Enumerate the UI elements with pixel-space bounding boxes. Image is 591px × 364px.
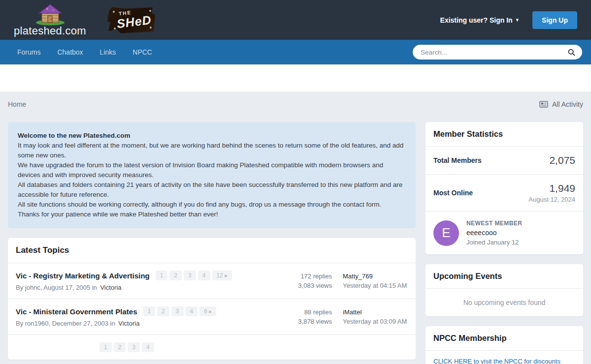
topic-views: 3,083 views — [277, 281, 332, 290]
topic-page-pills: 1 2 3 4 12 ▸ — [156, 271, 232, 280]
topic-page-pill[interactable]: 4 — [186, 306, 198, 316]
header-spacer — [0, 64, 591, 91]
the-shed-sign-logo[interactable]: THE SHeD — [106, 7, 155, 33]
newest-member-joined: Joined January 12 — [466, 239, 522, 246]
screw-icon — [149, 10, 151, 12]
nav-item-links[interactable]: Links — [92, 48, 125, 56]
topic-author-date: By johnc, August 17, 2005 in — [16, 284, 97, 291]
welcome-paragraph: It may look and feel different at the mo… — [18, 141, 406, 160]
topic-last-post: iMattel Yesterday at 03:09 AM — [343, 307, 408, 326]
topic-page-pill[interactable]: 2 — [114, 342, 126, 352]
avatar[interactable]: E — [433, 220, 459, 246]
member-statistics-card: Member Statistics Total Members 2,075 Mo… — [426, 122, 583, 254]
most-online-value: 1,949 — [528, 182, 575, 194]
npcc-membership-title: NPCC Membership — [426, 326, 583, 351]
topic-page-pill[interactable]: 4 — [142, 342, 154, 352]
sign-in-label: Existing user? Sign In — [440, 16, 513, 24]
site-logo[interactable]: plateshed.com — [14, 3, 86, 37]
member-statistics-title: Member Statistics — [426, 122, 583, 147]
newest-member-block: E NEWEST MEMBER eeeecooo Joined January … — [426, 212, 583, 254]
npcc-link[interactable]: CLICK HERE to visit the NPCC for discoun… — [433, 358, 560, 364]
total-members-label: Total Members — [433, 156, 482, 164]
site-name: plateshed.com — [14, 25, 86, 37]
nav-item-forums[interactable]: Forums — [9, 48, 49, 56]
main-column: Welcome to the new Plateshed.com It may … — [8, 122, 416, 364]
welcome-announcement: Welcome to the new Plateshed.com It may … — [8, 122, 416, 228]
topic-row-partial: 1 2 3 4 — [8, 335, 416, 360]
latest-topics-title: Latest Topics — [8, 238, 416, 263]
topic-page-pill-last[interactable]: 6 ▸ — [199, 306, 216, 316]
page-content: Home All Activity Welcome to the new Pla… — [0, 91, 591, 364]
most-online-row: Most Online 1,949 August 12, 2024 — [426, 175, 583, 212]
sign-in-dropdown[interactable]: Existing user? Sign In ▾ — [440, 16, 519, 24]
topic-page-pill[interactable]: 1 — [143, 306, 155, 316]
sign-up-button[interactable]: Sign Up — [532, 11, 577, 29]
total-members-value: 2,075 — [549, 154, 575, 166]
topic-page-pill[interactable]: 4 — [198, 271, 210, 280]
topic-forum-link[interactable]: Victoria — [118, 320, 139, 327]
main-navbar: Forums Chatbox Links NPCC — [0, 40, 591, 64]
topic-title-link[interactable]: Vic - Registry Marketing & Advertising — [16, 272, 150, 280]
upcoming-events-card: Upcoming Events No upcoming events found — [426, 264, 583, 316]
topic-replies: 172 replies — [277, 272, 332, 281]
last-poster-link[interactable]: Matty_769 — [343, 273, 373, 280]
header-account-area: Existing user? Sign In ▾ Sign Up — [440, 11, 577, 29]
npcc-membership-card: NPCC Membership CLICK HERE to visit the … — [426, 326, 583, 364]
newspaper-icon — [539, 101, 548, 108]
topic-forum-link[interactable]: Victoria — [100, 284, 121, 291]
upcoming-events-title: Upcoming Events — [426, 264, 583, 289]
topic-replies: 88 replies — [277, 307, 332, 317]
site-header: plateshed.com THE SHeD Existing user? Si… — [0, 0, 591, 40]
last-poster-link[interactable]: iMattel — [343, 308, 361, 316]
breadcrumb-home-link[interactable]: Home — [8, 100, 26, 108]
screw-icon — [113, 11, 115, 13]
topic-stats: 88 replies 3,878 views — [277, 307, 332, 326]
topic-author-date: By ron1960, December 27, 2003 in — [16, 320, 115, 327]
search-bar — [413, 45, 582, 60]
topic-page-pill[interactable]: 1 — [99, 342, 112, 352]
last-post-time: Yesterday at 03:09 AM — [343, 317, 408, 326]
screw-icon — [114, 28, 116, 30]
welcome-title: Welcome to the new Plateshed.com — [18, 131, 406, 141]
topic-row: Vic - Registry Marketing & Advertising 1… — [8, 263, 416, 299]
house-icon — [34, 3, 66, 26]
topic-page-pills: 1 2 3 4 — [99, 342, 154, 352]
topic-page-pill[interactable]: 2 — [157, 306, 169, 316]
total-members-row: Total Members 2,075 — [426, 147, 583, 175]
last-post-time: Yesterday at 04:15 AM — [343, 281, 408, 290]
upcoming-events-empty: No upcoming events found — [426, 289, 583, 316]
latest-topics-card: Latest Topics Vic - Registry Marketing &… — [8, 238, 416, 360]
all-activity-label: All Activity — [552, 100, 583, 108]
topic-stats: 172 replies 3,083 views — [277, 272, 332, 290]
welcome-paragraph: We have upgraded the forum to the latest… — [18, 160, 406, 180]
chevron-down-icon: ▾ — [516, 17, 519, 23]
topic-byline: By ron1960, December 27, 2003 in Victori… — [16, 320, 273, 327]
topic-last-post: Matty_769 Yesterday at 04:15 AM — [343, 272, 408, 290]
topic-page-pill[interactable]: 3 — [184, 271, 196, 280]
search-submit-button[interactable] — [567, 48, 576, 57]
newest-member-name-link[interactable]: eeeecooo — [466, 229, 522, 237]
topic-views: 3,878 views — [277, 317, 332, 326]
welcome-paragraph: All site functions should be working cor… — [18, 200, 406, 210]
topic-page-pill[interactable]: 3 — [171, 306, 184, 316]
topic-page-pill[interactable]: 3 — [128, 342, 140, 352]
topic-page-pill-last[interactable]: 12 ▸ — [212, 271, 232, 280]
topic-page-pills: 1 2 3 4 6 ▸ — [143, 306, 216, 316]
newest-member-label: NEWEST MEMBER — [466, 220, 522, 227]
welcome-paragraph: Thanks for your patience while we make P… — [18, 210, 406, 219]
nav-item-chatbox[interactable]: Chatbox — [49, 48, 91, 56]
nav-item-npcc[interactable]: NPCC — [124, 48, 161, 56]
sidebar: Member Statistics Total Members 2,075 Mo… — [426, 122, 583, 364]
welcome-paragraph: All databases and folders containing 21 … — [18, 180, 406, 200]
most-online-label: Most Online — [433, 189, 473, 197]
all-activity-link[interactable]: All Activity — [539, 100, 583, 108]
topic-row: Vic - Ministeral Government Plates 1 2 3… — [8, 299, 416, 335]
topic-page-pill[interactable]: 1 — [156, 271, 168, 280]
npcc-membership-body: CLICK HERE to visit the NPCC for discoun… — [426, 351, 583, 364]
search-input[interactable] — [421, 49, 567, 56]
topic-title-link[interactable]: Vic - Ministeral Government Plates — [16, 307, 137, 316]
most-online-date: August 12, 2024 — [528, 196, 575, 203]
topic-byline: By johnc, August 17, 2005 in Victoria — [16, 284, 273, 291]
search-icon — [568, 49, 575, 56]
topic-page-pill[interactable]: 2 — [169, 271, 182, 280]
